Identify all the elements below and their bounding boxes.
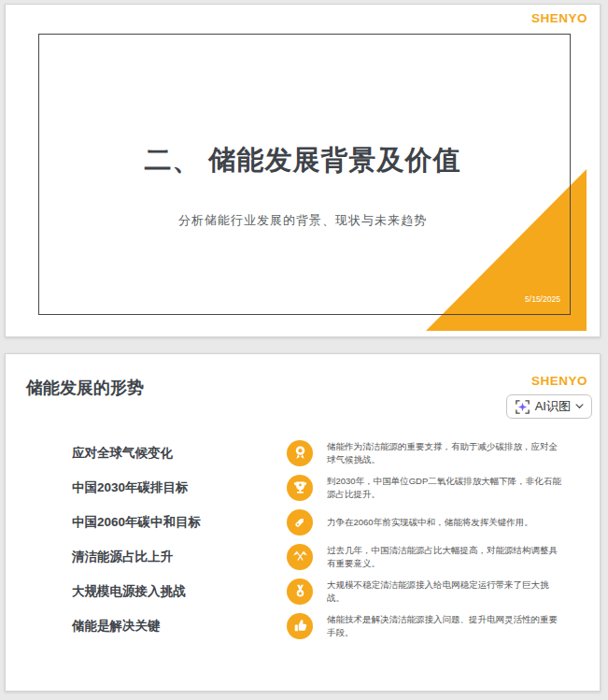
section-subtitle: 分析储能行业发展的背景、现状与未来趋势 [6, 212, 600, 229]
item-description: 储能作为清洁能源的重要支撑，有助于减少碳排放，应对全球气候挑战。 [327, 439, 562, 466]
item-label: 应对全球气候变化 [72, 445, 173, 462]
list-item: 应对全球气候变化 储能作为清洁能源的重要支撑，有助于减少碳排放，应对全球气候挑战… [6, 436, 600, 470]
slide-date: 5/15/2025 [505, 294, 580, 304]
brand-logo: SHENYO [531, 11, 587, 25]
item-label: 储能是解决关键 [72, 618, 161, 635]
tag-icon [287, 509, 313, 536]
medal-star-icon [287, 579, 313, 605]
item-label: 中国2060年碳中和目标 [72, 514, 201, 531]
item-label: 中国2030年碳排目标 [72, 479, 189, 496]
page-title: 储能发展的形势 [26, 377, 144, 399]
item-description: 大规模不稳定清洁能源接入给电网稳定运行带来了巨大挑战。 [327, 578, 562, 605]
slide-1-canvas[interactable]: SHENYO 二、 储能发展背景及价值 分析储能行业发展的背景、现状与未来趋势 … [5, 4, 601, 337]
trophy-icon [287, 475, 313, 501]
item-description: 储能技术是解决清洁能源接入问题、提升电网灵活性的重要手段。 [327, 612, 562, 639]
item-description: 到2030年，中国单位GDP二氧化碳排放大幅下降，非化石能源占比提升。 [327, 474, 562, 501]
corner-triangle-shape [426, 169, 587, 331]
brand-logo: SHENYO [531, 374, 587, 388]
list-item: 大规模电源接入挑战 大规模不稳定清洁能源接入给电网稳定运行带来了巨大挑战。 [6, 574, 600, 608]
item-description: 过去几年，中国清洁能源占比大幅提高，对能源结构调整具有重要意义。 [327, 543, 562, 570]
chevron-down-icon[interactable] [575, 404, 584, 409]
feature-list: 应对全球气候变化 储能作为清洁能源的重要支撑，有助于减少碳排放，应对全球气候挑战… [6, 436, 600, 643]
list-item: 储能是解决关键 储能技术是解决清洁能源接入问题、提升电网灵活性的重要手段。 [6, 608, 600, 643]
list-item: 中国2030年碳排目标 到2030年，中国单位GDP二氧化碳排放大幅下降，非化石… [6, 470, 600, 505]
slide-2-canvas[interactable]: SHENYO 储能发展的形势 AI识图 应对全球气候变化 [5, 353, 601, 692]
ai-button-label: AI识图 [535, 398, 571, 415]
item-label: 清洁能源占比上升 [72, 549, 173, 565]
crossed-flags-icon [287, 544, 313, 570]
list-item: 中国2060年碳中和目标 力争在2060年前实现碳中和，储能将发挥关键作用。 [6, 505, 600, 539]
award-rosette-icon [287, 440, 313, 466]
thumbs-up-icon [287, 613, 313, 639]
section-title: 二、 储能发展背景及价值 [6, 142, 600, 179]
ai-scan-sparkle-icon [515, 399, 530, 415]
ai-recognize-button[interactable]: AI识图 [506, 394, 592, 419]
item-label: 大规模电源接入挑战 [72, 583, 186, 600]
list-item: 清洁能源占比上升 过去几年，中国清洁能源占比大幅提高，对 [6, 539, 600, 574]
item-description: 力争在2060年前实现碳中和，储能将发挥关键作用。 [327, 515, 562, 528]
